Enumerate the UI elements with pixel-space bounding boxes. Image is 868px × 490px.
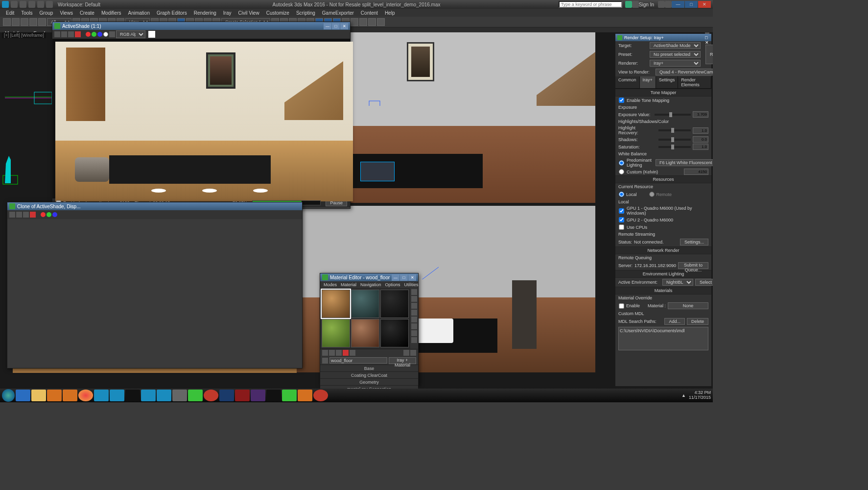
tab-common[interactable]: Common xyxy=(615,76,640,88)
go-sibling-icon[interactable] xyxy=(410,350,416,356)
material-slot-4[interactable] xyxy=(322,319,350,347)
material-name-input[interactable] xyxy=(329,357,387,364)
add-path-button[interactable]: Add... xyxy=(664,318,685,325)
maximize-button[interactable]: □ xyxy=(332,23,340,29)
section-tone-mapper[interactable]: Tone Mapper xyxy=(615,89,711,97)
eyedropper-icon[interactable] xyxy=(322,358,328,364)
new-icon[interactable] xyxy=(11,1,18,8)
taskbar-app11-icon[interactable] xyxy=(298,390,312,401)
open-icon[interactable] xyxy=(20,1,26,8)
taskbar-ps-icon[interactable] xyxy=(219,390,234,401)
channel-green-icon[interactable] xyxy=(92,32,96,37)
material-slot-2[interactable] xyxy=(351,290,379,318)
mat-menu-utilities[interactable]: Utilities xyxy=(403,282,420,287)
render-setup-window[interactable]: Render Setup: Iray+ — □ ✕ Target:ActiveS… xyxy=(615,33,712,387)
predominant-select[interactable]: F6 Light White Fluorescent (4150... xyxy=(656,159,713,166)
tool-render-pr-icon[interactable] xyxy=(351,18,358,26)
menu-game-exporter[interactable]: GameExporter xyxy=(319,10,357,16)
search-input[interactable] xyxy=(559,1,622,8)
predominant-lighting-radio[interactable]: Predominant LightingF6 Light White Fluor… xyxy=(615,157,711,168)
mdl-paths-list[interactable]: C:\Users\NVIDIA\Documents\mdl xyxy=(618,327,708,350)
taskbar-explorer-icon[interactable] xyxy=(31,390,46,401)
video-check-icon[interactable] xyxy=(411,317,417,322)
minimize-button[interactable]: — xyxy=(705,30,709,35)
print-icon[interactable] xyxy=(68,31,74,37)
put-scene-icon[interactable] xyxy=(329,350,335,356)
taskbar-app-icon[interactable] xyxy=(47,390,62,401)
taskbar-3dsmax-icon[interactable] xyxy=(94,390,109,401)
menu-scripting[interactable]: Scripting xyxy=(293,10,318,16)
activeshade-window[interactable]: ActiveShade (1:1) — □ ✕ RGB Alpha xyxy=(52,22,351,209)
menu-group[interactable]: Group xyxy=(37,10,56,16)
preview-icon[interactable] xyxy=(411,323,417,329)
channel-blue-icon[interactable] xyxy=(52,212,57,217)
clone-icon[interactable] xyxy=(61,31,67,37)
gpu1-checkbox[interactable]: GPU 1 - Quadro M6000 (Used by Windows) xyxy=(615,205,711,216)
minimize-button[interactable]: — xyxy=(324,23,331,29)
reset-icon[interactable] xyxy=(343,350,349,356)
help-icon[interactable] xyxy=(665,1,672,8)
select-env-button[interactable]: Select xyxy=(695,279,713,286)
submit-queue-button[interactable]: Submit to Queue... xyxy=(678,262,708,269)
clock[interactable]: 4:32 PM 11/17/2015 xyxy=(689,391,711,400)
mono-icon[interactable] xyxy=(109,31,115,37)
clone-titlebar[interactable]: Clone of ActiveShade, Disp... xyxy=(7,202,302,210)
backlight-icon[interactable] xyxy=(411,296,417,302)
undo-icon[interactable] xyxy=(37,1,44,8)
clear-icon[interactable] xyxy=(75,31,81,37)
tool-r2-icon[interactable] xyxy=(368,18,376,26)
swatch-icon[interactable] xyxy=(148,31,155,38)
tool-unlink-icon[interactable] xyxy=(29,18,37,26)
channel-select[interactable]: RGB Alpha xyxy=(116,30,145,38)
select-by-mat-icon[interactable] xyxy=(411,337,417,343)
mat-menu-modes[interactable]: Modes xyxy=(322,282,338,287)
menu-iray[interactable]: Iray xyxy=(220,10,235,16)
taskbar-chrome-icon[interactable] xyxy=(78,390,93,401)
render-button[interactable]: Render xyxy=(705,45,713,64)
menu-rendering[interactable]: Rendering xyxy=(191,10,219,16)
taskbar-app10-icon[interactable] xyxy=(282,390,297,401)
shadows-slider[interactable] xyxy=(658,139,691,141)
get-mat-icon[interactable] xyxy=(322,350,328,356)
taskbar-nvidia-icon[interactable] xyxy=(188,390,203,401)
gpu2-checkbox[interactable]: GPU 2 - Quadro M6000 xyxy=(615,216,711,223)
taskbar-app7-icon[interactable] xyxy=(204,390,218,401)
settings-button[interactable]: Settings... xyxy=(680,239,708,245)
highlight-input[interactable] xyxy=(693,127,708,134)
tab-settings[interactable]: Settings xyxy=(656,76,679,88)
section-materials[interactable]: Materials xyxy=(615,287,711,294)
custom-kelvin-radio[interactable]: Custom (Kelvin) xyxy=(615,168,711,175)
activeshade-titlebar[interactable]: ActiveShade (1:1) — □ ✕ xyxy=(52,22,350,30)
shadows-input[interactable] xyxy=(693,136,708,143)
rollout-coating[interactable]: Coating ClearCoat xyxy=(320,371,418,378)
clear-icon[interactable] xyxy=(30,212,36,218)
taskbar-media-icon[interactable] xyxy=(63,390,77,401)
active-env-select[interactable]: NightIBL xyxy=(662,279,693,286)
mat-menu-navigation[interactable]: Navigation xyxy=(359,282,383,287)
remote-radio[interactable]: Remote xyxy=(649,191,672,197)
section-network[interactable]: Network Render xyxy=(615,246,711,254)
print-icon[interactable] xyxy=(23,212,29,218)
menu-help[interactable]: Help xyxy=(382,10,398,16)
saturation-input[interactable] xyxy=(693,144,708,150)
maximize-button[interactable]: □ xyxy=(400,274,408,281)
close-button[interactable]: ✕ xyxy=(408,274,416,281)
tab-render-elements[interactable]: Render Elements xyxy=(678,76,711,88)
use-cpus-checkbox[interactable]: Use CPUs xyxy=(615,223,711,231)
menu-graph-editors[interactable]: Graph Editors xyxy=(154,10,190,16)
viewport-left-wireframe[interactable] xyxy=(0,38,59,190)
tool-r3-icon[interactable] xyxy=(377,18,385,26)
save-icon[interactable] xyxy=(28,1,35,8)
mat-enable-checkbox[interactable]: Enable xyxy=(618,303,640,309)
tab-iray[interactable]: Iray+ xyxy=(640,76,656,88)
info-icon[interactable] xyxy=(625,1,632,8)
clone-window[interactable]: Clone of ActiveShade, Disp... xyxy=(7,202,303,368)
exposure-slider[interactable] xyxy=(655,114,691,116)
clone-icon[interactable] xyxy=(16,212,22,218)
minimize-button[interactable]: — xyxy=(672,1,684,8)
taskbar-app2-icon[interactable] xyxy=(110,390,124,401)
material-slot-3[interactable] xyxy=(380,290,409,318)
taskbar-app9-icon[interactable] xyxy=(266,390,281,401)
highlight-slider[interactable] xyxy=(658,129,691,131)
tool-bind-icon[interactable] xyxy=(38,18,46,26)
